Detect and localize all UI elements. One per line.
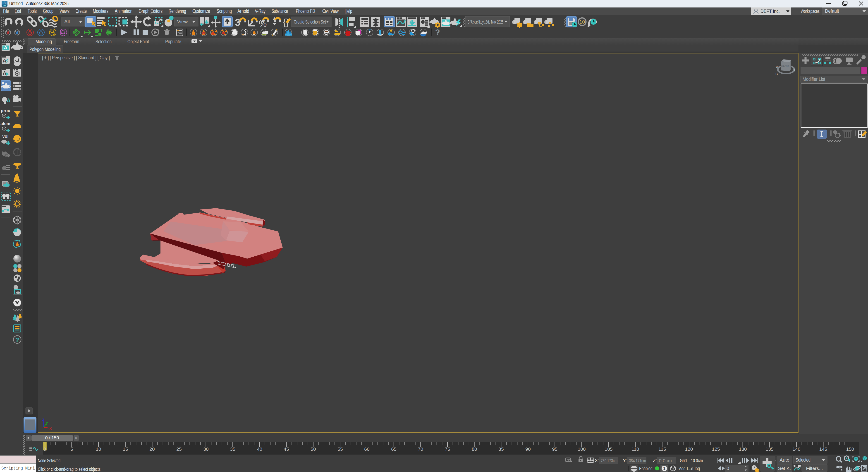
svg-text:105: 105 [604, 446, 613, 452]
svg-text:5: 5 [70, 446, 73, 452]
svg-text:60: 60 [364, 446, 369, 452]
svg-text:A: A [6, 97, 10, 104]
svg-text:FRONT: FRONT [781, 65, 789, 68]
svg-text:DEFT Inc.: DEFT Inc. [761, 8, 780, 14]
svg-text:X: X [49, 426, 52, 430]
svg-text:75: 75 [445, 446, 450, 452]
svg-text:130: 130 [739, 446, 747, 452]
svg-text:125: 125 [712, 446, 720, 452]
svg-text:150: 150 [846, 446, 854, 452]
svg-text:10: 10 [96, 446, 101, 452]
svg-text:Z: Z [42, 418, 44, 421]
svg-text:55: 55 [338, 446, 343, 452]
svg-text:Modeling: Modeling [35, 39, 52, 45]
svg-text:115: 115 [658, 446, 666, 452]
svg-text:All: All [64, 19, 70, 25]
svg-text:Create: Create [75, 8, 87, 14]
svg-text:0: 0 [726, 466, 729, 471]
svg-text:25: 25 [176, 446, 182, 452]
svg-text:Z:: Z: [653, 458, 657, 463]
svg-text:Group: Group [43, 8, 54, 14]
svg-text:135: 135 [766, 446, 773, 452]
svg-text:Scripting: Scripting [217, 8, 232, 14]
svg-text:X:: X: [595, 458, 599, 463]
svg-text:1: 1 [663, 466, 665, 471]
svg-text:>: > [75, 436, 77, 440]
svg-text:Animation: Animation [115, 8, 132, 14]
svg-text:Rendering: Rendering [168, 8, 186, 14]
svg-text:110: 110 [631, 446, 639, 452]
svg-text:65: 65 [391, 446, 396, 452]
svg-text:90: 90 [525, 446, 530, 452]
svg-text:Default: Default [825, 8, 839, 14]
svg-text:Add T...e Tag: Add T...e Tag [679, 466, 700, 471]
svg-text:120: 120 [685, 446, 693, 452]
svg-text:45: 45 [284, 446, 289, 452]
svg-text:S: S [775, 72, 778, 76]
svg-text:W: W [776, 65, 779, 69]
svg-text:-384.171cm: -384.171cm [628, 458, 646, 463]
svg-text:Polygon Modeling: Polygon Modeling [29, 47, 61, 52]
svg-text:70: 70 [418, 446, 423, 452]
svg-text:739.173cm: 739.173cm [601, 458, 617, 463]
svg-text:alem: alem [0, 121, 10, 126]
svg-text:A: A [2, 70, 6, 76]
svg-text:MAX: MAX [3, 5, 6, 6]
svg-text:Tools: Tools [28, 8, 37, 14]
svg-text:Edit: Edit [15, 8, 21, 14]
svg-text:Set K.: Set K. [778, 466, 791, 471]
svg-text:vol: vol [2, 134, 8, 139]
svg-text:85: 85 [498, 446, 504, 452]
svg-text:Populate: Populate [165, 39, 181, 45]
svg-text:80: 80 [472, 446, 477, 452]
svg-text:0 / 150: 0 / 150 [45, 435, 59, 440]
svg-text:y: y [46, 421, 48, 425]
svg-text:30: 30 [203, 446, 209, 452]
svg-text:Arnold: Arnold [238, 8, 249, 14]
svg-text:A: A [2, 58, 6, 64]
svg-text:View: View [177, 19, 188, 25]
svg-text:Filters...: Filters... [806, 466, 823, 471]
svg-text:Substance: Substance [272, 8, 288, 14]
svg-text:Civil View: Civil View [322, 8, 339, 14]
svg-text:50: 50 [311, 446, 316, 452]
svg-text:Selection: Selection [95, 39, 112, 45]
svg-text:Graph Editors: Graph Editors [139, 8, 162, 14]
svg-text:E: E [794, 68, 796, 71]
svg-text:0: 0 [43, 446, 46, 452]
svg-text:Modifier List: Modifier List [803, 76, 825, 82]
svg-text:V-Ray: V-Ray [255, 8, 266, 14]
svg-text:Customize: Customize [192, 8, 210, 14]
svg-text:Freeform: Freeform [64, 39, 79, 45]
svg-text:Y:: Y: [623, 458, 627, 463]
svg-text:Help: Help [345, 8, 352, 14]
svg-text:Selected: Selected [796, 457, 810, 463]
svg-text:Object Paint: Object Paint [127, 39, 149, 45]
svg-text:145: 145 [819, 446, 827, 452]
svg-text:[ + ] [ Perspective ] [ Standa: [ + ] [ Perspective ] [ Standard ] [ Cla… [42, 55, 110, 60]
svg-text:C:\Users\koy...3ds Max 2025: C:\Users\koy...3ds Max 2025 [468, 19, 503, 25]
svg-text:35: 35 [230, 446, 235, 452]
svg-text:Untitled - Autodesk 3ds Max 20: Untitled - Autodesk 3ds Max 2025 [9, 1, 69, 6]
svg-text:?: ? [15, 336, 19, 343]
svg-text:Phoenix FD: Phoenix FD [296, 8, 315, 14]
svg-text:?: ? [435, 29, 440, 37]
svg-text:140: 140 [793, 446, 800, 452]
svg-text:40: 40 [257, 446, 262, 452]
svg-text:Views: Views [60, 8, 69, 14]
svg-text:10: 10 [580, 19, 585, 25]
svg-text:proc: proc [1, 108, 10, 113]
svg-text:File: File [3, 8, 9, 14]
svg-text:Create Selection Set: Create Selection Set [294, 19, 326, 25]
svg-text:<: < [27, 436, 29, 440]
svg-text:15: 15 [123, 446, 128, 452]
svg-text:A: A [4, 45, 7, 51]
svg-text:Grid = 10.0cm: Grid = 10.0cm [680, 458, 703, 463]
svg-text:3: 3 [4, 1, 6, 5]
svg-text:0.0cm: 0.0cm [659, 458, 672, 463]
svg-text:Enabled:: Enabled: [639, 466, 653, 471]
svg-text:Workspaces:: Workspaces: [801, 8, 820, 14]
svg-text:95: 95 [552, 446, 557, 452]
svg-text:Modifiers: Modifiers [93, 8, 108, 14]
svg-text:100: 100 [578, 446, 586, 452]
